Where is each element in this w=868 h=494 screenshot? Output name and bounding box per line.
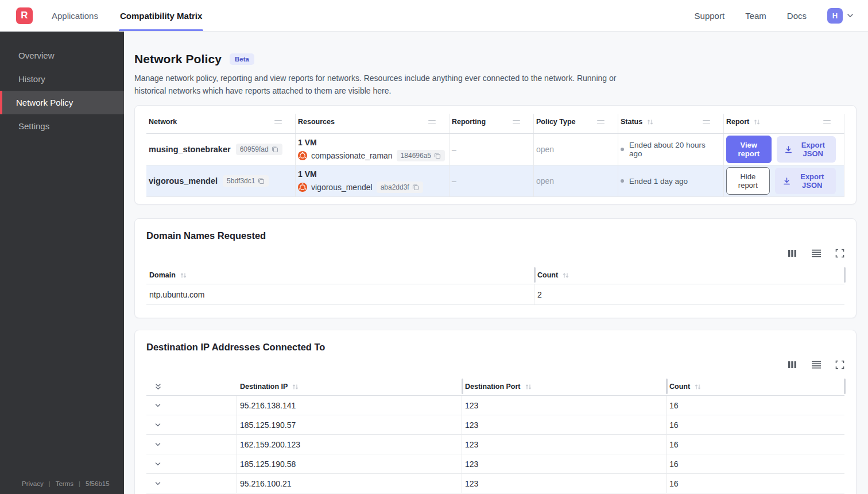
sidebar-item-settings[interactable]: Settings xyxy=(0,114,124,138)
sort-icon[interactable] xyxy=(180,272,187,279)
network-row: musing_stonebraker 60959fad 1 VM compass… xyxy=(146,134,844,165)
destination-ip-value: 95.216.100.21 xyxy=(237,474,462,493)
col-domain: Domain xyxy=(149,271,176,279)
fullscreen-icon[interactable] xyxy=(835,249,844,258)
row-expander[interactable] xyxy=(146,396,237,415)
resize-grip-icon[interactable] xyxy=(513,120,525,124)
chevron-down-icon xyxy=(154,441,162,449)
col-status: Status xyxy=(621,118,642,126)
destination-ip-value: 185.125.190.57 xyxy=(237,415,462,434)
col-destination-ip: Destination IP xyxy=(240,383,288,391)
sidebar-item-history[interactable]: History xyxy=(0,67,124,91)
column-resize-handle[interactable] xyxy=(844,267,846,283)
top-right-nav: Support Team Docs H xyxy=(695,0,868,31)
policy-type-value: open xyxy=(534,165,618,196)
nav-docs[interactable]: Docs xyxy=(787,11,807,21)
row-expander[interactable] xyxy=(146,474,237,493)
nav-applications[interactable]: Applications xyxy=(51,0,99,31)
row-density-icon[interactable] xyxy=(811,249,822,258)
destination-port-value: 123 xyxy=(462,454,666,473)
resize-grip-icon[interactable] xyxy=(703,120,715,124)
view-report-button[interactable]: View report xyxy=(726,136,772,163)
resize-grip-icon[interactable] xyxy=(597,120,610,124)
copy-icon[interactable] xyxy=(412,184,419,191)
vm-count: 1 VM xyxy=(298,138,317,147)
nav-team[interactable]: Team xyxy=(745,11,766,21)
domains-table-header: Domain Count xyxy=(146,267,844,284)
destination-port-value: 123 xyxy=(462,415,666,434)
nav-compatibility-matrix[interactable]: Compatibility Matrix xyxy=(119,0,203,31)
columns-icon[interactable] xyxy=(787,360,797,369)
destination-port-value: 123 xyxy=(462,396,666,415)
destination-row: 162.159.200.123 123 16 xyxy=(146,435,844,454)
row-expander[interactable] xyxy=(146,435,237,454)
download-icon xyxy=(784,145,793,154)
nav-support[interactable]: Support xyxy=(695,11,725,21)
sort-icon[interactable] xyxy=(562,272,569,279)
col-report: Report xyxy=(726,118,749,126)
destination-port-value: 123 xyxy=(462,435,666,454)
expand-all-rows[interactable] xyxy=(146,378,237,395)
divider: | xyxy=(49,480,51,487)
count-value: 16 xyxy=(666,454,844,473)
destinations-table-header: Destination IP Destination Port Count xyxy=(146,378,844,396)
resize-grip-icon[interactable] xyxy=(428,120,441,124)
column-resize-handle[interactable] xyxy=(844,379,846,394)
sort-icon[interactable] xyxy=(292,383,299,391)
networks-table-header: Network Resources Reporting Policy Type … xyxy=(146,114,844,134)
row-expander[interactable] xyxy=(146,415,237,434)
reporting-value: – xyxy=(450,165,534,196)
sort-icon[interactable] xyxy=(525,383,532,391)
destination-row: 185.125.190.57 123 16 xyxy=(146,415,844,435)
destination-port-value: 123 xyxy=(462,474,666,493)
hide-report-button[interactable]: Hide report xyxy=(726,167,770,195)
copy-icon[interactable] xyxy=(434,152,441,159)
col-resources: Resources xyxy=(298,118,335,126)
copy-icon[interactable] xyxy=(258,177,265,184)
resource-name: compassionate_raman xyxy=(311,151,393,160)
divider: | xyxy=(79,480,80,487)
export-json-button[interactable]: Export JSON xyxy=(777,136,836,163)
sort-icon[interactable] xyxy=(753,118,761,126)
privacy-link[interactable]: Privacy xyxy=(22,480,44,487)
network-id-badge: 5bdf3dc1 xyxy=(223,175,269,187)
beta-badge: Beta xyxy=(230,53,254,65)
chevron-down-icon xyxy=(154,421,162,429)
sidebar-item-overview[interactable]: Overview xyxy=(0,44,124,67)
download-icon xyxy=(782,177,791,186)
domain-row: ntp.ubuntu.com 2 xyxy=(146,284,844,305)
user-menu[interactable]: H xyxy=(827,8,854,24)
sort-icon[interactable] xyxy=(694,383,702,391)
destinations-table: Destination IP Destination Port Count 95… xyxy=(146,378,844,493)
resize-grip-icon[interactable] xyxy=(823,120,836,124)
sidebar-footer: Privacy| Terms| 5f56b15 xyxy=(0,480,124,494)
count-value: 2 xyxy=(534,284,844,304)
resize-grip-icon[interactable] xyxy=(274,120,287,124)
resource-id-badge: 184696a5 xyxy=(397,150,445,161)
sort-icon[interactable] xyxy=(646,118,654,126)
app-logo[interactable]: R xyxy=(16,7,33,24)
columns-icon[interactable] xyxy=(787,249,797,258)
row-density-icon[interactable] xyxy=(811,360,822,369)
network-name: musing_stonebraker xyxy=(149,145,231,154)
network-name: vigorous_mendel xyxy=(149,176,218,186)
terms-link[interactable]: Terms xyxy=(56,480,73,487)
sidebar-item-network-policy[interactable]: Network Policy xyxy=(0,91,124,114)
status-dot xyxy=(621,148,624,151)
page-title: Network Policy xyxy=(134,52,222,66)
row-expander[interactable] xyxy=(146,454,237,473)
network-id-badge: 60959fad xyxy=(236,144,282,155)
fullscreen-icon[interactable] xyxy=(835,360,844,369)
status-text: Ended about 20 hours ago xyxy=(629,141,715,158)
domain-value: ntp.ubuntu.com xyxy=(146,284,534,304)
policy-type-value: open xyxy=(534,134,618,165)
export-json-button[interactable]: Export JSON xyxy=(775,168,836,194)
destination-row: 95.216.138.141 123 16 xyxy=(146,396,844,415)
double-chevron-down-icon xyxy=(154,383,162,391)
avatar[interactable]: H xyxy=(827,8,843,24)
domains-card-title: Domain Names Requested xyxy=(146,230,844,241)
count-value: 16 xyxy=(666,435,844,454)
copy-icon[interactable] xyxy=(272,146,278,153)
col-destination-port: Destination Port xyxy=(465,383,521,391)
chevron-down-icon xyxy=(154,460,162,468)
